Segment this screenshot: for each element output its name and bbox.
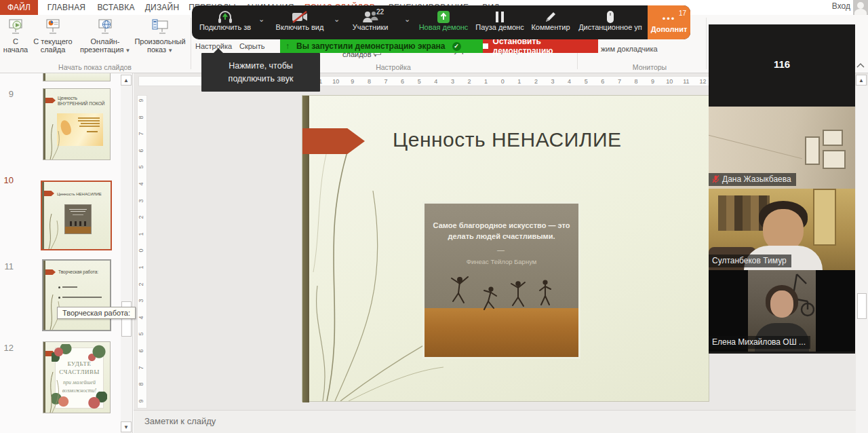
custom-show-label: Произвольный показ — [134, 37, 185, 54]
ruler-number: 8 — [138, 115, 144, 119]
video-options-chevron[interactable]: ⌄ — [334, 15, 340, 24]
from-beginning-label: С начала — [3, 37, 28, 54]
ruler-number: 12 — [699, 78, 706, 85]
ruler-number: 0 — [501, 78, 505, 85]
ruler-number: 11 — [683, 78, 689, 85]
ruler-number: 1 — [138, 232, 144, 236]
photo-quote-line1: Самое благородное искусство — это — [425, 221, 578, 229]
thumb-image — [64, 204, 92, 234]
from-current-slide-button[interactable]: С текущего слайда — [31, 18, 75, 54]
tab-home[interactable]: ГЛАВНАЯ — [41, 0, 92, 15]
collapse-ribbon-chevron[interactable] — [856, 62, 865, 68]
hide-slide-button[interactable]: Скрыть — [239, 42, 265, 50]
thumb-grass-decoration — [43, 208, 66, 249]
current-slide-icon — [44, 18, 62, 35]
thumb-grass-decoration — [45, 119, 68, 159]
new-share-label: Новая демонс — [416, 23, 471, 31]
presenter-view-checkbox[interactable]: жим докладчика — [601, 45, 658, 53]
main-scrollbar-up-button[interactable]: ▲ — [856, 75, 867, 86]
vertical-ruler: 9876543210123456789 — [137, 95, 147, 409]
wall-frame — [823, 130, 843, 146]
video-tile-3[interactable]: Елена Михайлова ОШ ... — [709, 270, 855, 352]
tab-insert[interactable]: ВСТАВКА — [94, 0, 138, 15]
shield-check-icon: ✓ — [452, 42, 461, 51]
jumping-people-silhouettes — [449, 274, 557, 312]
slide-thumbnail-11[interactable]: Творческая работа: — [42, 259, 111, 331]
thumb-floral-corner — [85, 392, 107, 412]
online-presentation-button[interactable]: Онлайн-презентация▼ — [80, 18, 130, 55]
sign-in-button[interactable]: Вход — [832, 1, 850, 11]
participant-name: Дана Жазыкбаева — [722, 174, 791, 184]
avatar-torso — [854, 9, 867, 15]
start-video-button[interactable]: Включить вид — [271, 5, 329, 39]
share-arrow-icon: ↑ — [285, 41, 290, 51]
remote-control-button[interactable]: Дистанционное уп — [574, 5, 646, 39]
group-label-setup: Настройка — [312, 63, 475, 71]
stop-share-button[interactable]: Остановить демонстрацию — [483, 39, 598, 53]
pause-icon — [473, 5, 527, 24]
more-options-button[interactable]: ••• 17 Дополнит — [648, 5, 690, 39]
ruler-number: 7 — [138, 366, 144, 369]
main-scrollbar-thumb[interactable] — [857, 293, 867, 319]
ruler-number: 7 — [384, 78, 387, 85]
thumb-text-line — [62, 286, 77, 288]
door-frame — [813, 189, 836, 246]
from-beginning-button[interactable]: С начала — [1, 18, 30, 54]
notes-pane[interactable]: Заметки к слайду — [134, 410, 868, 433]
ruler-number: 8 — [138, 383, 144, 386]
ruler-number: 2 — [138, 282, 144, 286]
custom-show-icon — [151, 18, 169, 35]
ruler-number: 3 — [138, 299, 144, 303]
stop-share-label: Остановить демонстрацию — [493, 37, 598, 56]
wall-line — [709, 134, 802, 159]
join-audio-button[interactable]: Подключить зв — [196, 5, 254, 39]
ruler-number: 9 — [138, 399, 144, 402]
slide-photo[interactable]: Самое благородное искусство — это делать… — [422, 202, 580, 359]
screen-share-banner: ↑ Вы запустили демонстрацию экрана ✓ — [280, 39, 483, 53]
participants-label: Участники — [347, 23, 394, 31]
participants-options-chevron[interactable]: ⌄ — [404, 15, 410, 24]
participants-counter: 116 — [709, 58, 855, 70]
thumb-text-line — [73, 214, 83, 215]
ruler-number: 9 — [651, 78, 654, 85]
join-audio-tooltip: Нажмите, чтобы подключить звук — [201, 53, 320, 92]
new-share-button[interactable]: Новая демонс — [416, 5, 471, 39]
ruler-number: 4 — [138, 182, 144, 185]
participants-button[interactable]: Участники 22 — [347, 5, 394, 39]
slide-thumbnail-8-partial[interactable] — [43, 73, 111, 81]
user-icon[interactable] — [853, 0, 868, 15]
online-presentation-icon — [96, 18, 114, 35]
from-current-label: С текущего слайда — [33, 37, 72, 54]
person-face — [763, 209, 804, 251]
slide-title[interactable]: Ценность НЕНАСИЛИЕ — [393, 128, 622, 151]
pause-share-button[interactable]: Пауза демонс — [473, 5, 527, 39]
tab-file[interactable]: ФАЙЛ — [0, 0, 38, 15]
pencil-icon — [528, 5, 573, 24]
thumb-title: Ценность НЕНАСИЛИЕ — [57, 192, 110, 197]
video-tile-1[interactable]: Дана Жазыкбаева — [709, 107, 855, 189]
share-screen-icon — [416, 5, 471, 24]
thumbnail-scrollbar-up-button[interactable]: ▲ — [121, 75, 132, 86]
slide-thumbnail-12[interactable]: БУДЬТЕ СЧАСТЛИВЫ при малейшей возможност… — [43, 341, 111, 413]
main-scrollbar-track[interactable] — [856, 86, 868, 433]
ruler-number: 2 — [138, 216, 144, 219]
slide-canvas[interactable]: Ценность НЕНАСИЛИЕ Самое благородное иск… — [302, 95, 709, 402]
more-count-badge: 17 — [679, 10, 686, 17]
zoom-meeting-toolbar: Подключить зв ⌄ Включить вид ⌄ — [192, 5, 690, 39]
annotate-button[interactable]: Комментир — [528, 5, 573, 39]
audio-options-chevron[interactable]: ⌄ — [258, 15, 264, 24]
video-tile-2[interactable]: Султанбеков Тимур — [709, 189, 855, 270]
custom-show-button[interactable]: Произвольный показ▼ — [133, 18, 187, 55]
thumbnail-scrollbar-track[interactable] — [121, 75, 132, 433]
slide-number: 12 — [0, 343, 14, 353]
wall-frame — [805, 136, 820, 165]
thumb-text-line — [62, 297, 102, 298]
tooltip-line2: подключить звук — [201, 73, 320, 86]
participant-name: Султанбеков Тимур — [712, 256, 787, 265]
slide-thumbnail-10-selected[interactable]: Ценность НЕНАСИЛИЕ — [41, 181, 112, 250]
slide-thumbnail-9[interactable]: Ценность ВНУТРЕННИЙ ПОКОЙ — [43, 88, 111, 160]
group-label-start-slideshow: Начать показ слайдов — [0, 63, 190, 71]
ruler-number: 1 — [517, 78, 521, 85]
thumbnail-scrollbar-down-button[interactable]: ▼ — [121, 421, 132, 432]
tab-design[interactable]: ДИЗАЙН — [141, 0, 183, 15]
